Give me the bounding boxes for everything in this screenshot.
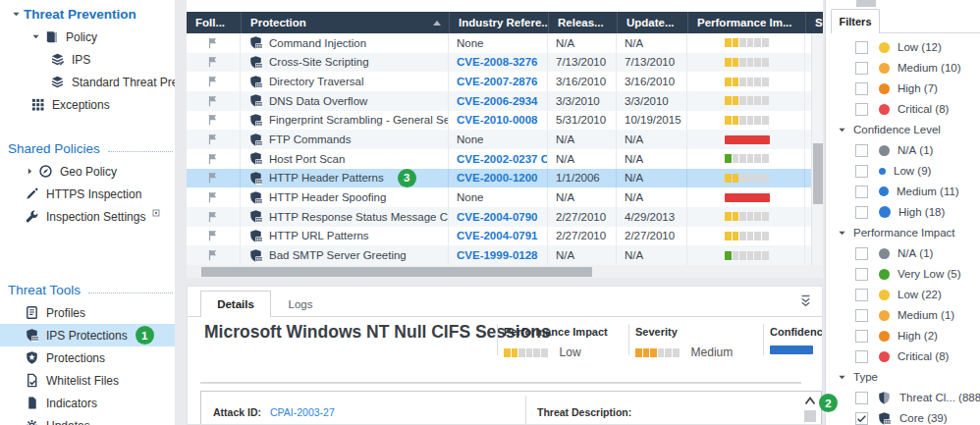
chevron-down-icon[interactable] (838, 126, 846, 134)
column-header-2[interactable]: Industry Refere... (449, 12, 548, 33)
flag-icon[interactable] (206, 248, 220, 262)
filter-option-threat-cl-[interactable]: Threat Cl... (8884) (826, 388, 980, 407)
filter-option-n-a[interactable]: N/A (1) (826, 140, 980, 160)
table-horizontal-scrollbar[interactable] (187, 265, 823, 278)
sidebar-item-geo-policy[interactable]: Geo Policy (0, 160, 175, 183)
checkbox[interactable] (855, 289, 868, 301)
table-row[interactable]: Cross-Site Scripting CVE-2008-3276 7/13/… (187, 53, 823, 73)
sidebar-item-ips[interactable]: IPS (0, 48, 175, 71)
filter-option-n-a[interactable]: N/A (1) (826, 243, 980, 263)
flag-icon[interactable] (206, 94, 220, 108)
tab-details[interactable]: Details (200, 291, 271, 317)
checkbox[interactable] (855, 392, 868, 404)
filter-option-high[interactable]: High (18) (826, 202, 980, 222)
sidebar-item-inspection-settings[interactable]: Inspection Settings (0, 205, 175, 228)
filter-group-type[interactable]: Type (826, 367, 980, 387)
cve-link[interactable]: CVE-2000-1200 (457, 172, 537, 184)
table-vertical-scrollbar[interactable] (811, 33, 823, 265)
attack-scroll-thumb[interactable] (804, 410, 816, 422)
sidebar-item-profiles[interactable]: Profiles (0, 301, 175, 324)
cve-link[interactable]: CVE-2008-3276 (457, 56, 537, 68)
sidebar-item-ips-protections[interactable]: IPS Protections1 (0, 324, 175, 346)
flag-icon[interactable] (206, 36, 220, 50)
checkbox[interactable] (855, 309, 868, 322)
cve-link[interactable]: CVE-2010-0008 (457, 114, 537, 126)
checkbox[interactable] (855, 206, 868, 219)
column-header-3[interactable]: Releas... (548, 12, 617, 33)
sidebar-item-updates[interactable]: Updates (0, 414, 175, 425)
filter-option-critical[interactable]: Critical (8) (826, 99, 980, 119)
cve-link[interactable]: CVE-1999-0128 (457, 249, 537, 261)
chevron-down-icon[interactable] (838, 229, 846, 238)
checkbox[interactable] (855, 62, 868, 75)
checkbox-checked[interactable] (855, 412, 868, 425)
table-row[interactable]: HTTP Header Spoofing None N/A N/A (187, 187, 823, 207)
cve-link[interactable]: CVE-2006-2934 (457, 95, 537, 107)
column-header-1[interactable]: Protection (241, 12, 449, 33)
flag-icon[interactable] (206, 210, 220, 224)
table-row[interactable]: HTTP URL Patterns CVE-2004-0791 2/27/201… (187, 227, 823, 246)
table-row[interactable]: DNS Data Overflow CVE-2006-2934 3/3/2010… (187, 91, 823, 111)
checkbox[interactable] (855, 82, 868, 95)
cve-link[interactable]: CVE-2002-0237 CVE-20 (457, 153, 548, 165)
scroll-up-icon[interactable] (802, 394, 818, 408)
filters-tab[interactable]: Filters (831, 9, 880, 33)
flag-icon[interactable] (206, 75, 220, 88)
filter-option-core[interactable]: Core (39) (826, 408, 980, 425)
table-row[interactable]: Command Injection None N/A N/A (187, 33, 823, 53)
sidebar-item-protections[interactable]: Protections (0, 346, 175, 369)
sidebar-item-whitelist-files[interactable]: Whitelist Files (0, 369, 175, 392)
checkbox[interactable] (855, 41, 868, 54)
filter-option-low[interactable]: Low (9) (826, 161, 980, 181)
cve-link[interactable]: CVE-2004-0791 (457, 230, 537, 241)
flag-icon[interactable] (206, 113, 220, 127)
filter-option-high[interactable]: High (7) (826, 79, 980, 98)
column-header-0[interactable]: Foll... (187, 12, 241, 33)
sidebar-item-policy[interactable]: Policy (0, 26, 175, 48)
flag-icon[interactable] (206, 152, 220, 166)
column-header-4[interactable]: Update... (617, 12, 687, 33)
flag-icon[interactable] (206, 190, 220, 204)
checkbox[interactable] (855, 268, 868, 281)
filter-option-low[interactable]: Low (22) (826, 285, 980, 304)
flag-icon[interactable] (206, 55, 220, 69)
table-row[interactable]: Fingerprint Scrambling - General Setting… (187, 111, 823, 131)
table-row[interactable]: Directory Traversal CVE-2007-2876 3/16/2… (187, 72, 823, 91)
filter-group-confidence-level[interactable]: Confidence Level (826, 120, 980, 139)
filter-option-medium[interactable]: Medium (1) (826, 305, 980, 325)
filter-option-medium[interactable]: Medium (11) (826, 182, 980, 201)
column-header-6[interactable]: Sev... (805, 12, 823, 33)
checkbox[interactable] (855, 350, 868, 363)
table-row[interactable]: HTTP Header Patterns3 CVE-2000-1200 1/1/… (187, 169, 823, 188)
vertical-scroll-thumb[interactable] (813, 143, 823, 204)
checkbox[interactable] (855, 103, 868, 116)
sidebar-item-standard-threat-preve[interactable]: Standard Threat Preve... (0, 71, 175, 93)
chevron-right-icon[interactable] (24, 167, 35, 176)
column-header-5[interactable]: Performance Im... (687, 12, 805, 33)
table-row[interactable]: FTP Commands None N/A N/A (187, 130, 823, 149)
filter-option-critical[interactable]: Critical (8) (826, 346, 980, 366)
table-row[interactable]: HTTP Response Status Message Conceal... … (187, 207, 823, 227)
filter-option-very-low[interactable]: Very Low (5) (826, 264, 980, 284)
chevron-down-icon[interactable] (10, 10, 22, 19)
checkbox[interactable] (855, 144, 868, 157)
filter-option-high[interactable]: High (2) (826, 326, 980, 345)
sidebar-item-exceptions[interactable]: Exceptions (0, 93, 175, 116)
cve-link[interactable]: CVE-2007-2876 (457, 76, 537, 87)
checkbox[interactable] (855, 186, 868, 198)
collapse-panel-icon[interactable] (799, 294, 812, 307)
filter-group-performance-impact[interactable]: Performance Impact (826, 223, 980, 242)
horizontal-scroll-thumb[interactable] (201, 267, 592, 277)
attack-box-scrollbar[interactable] (802, 394, 818, 425)
chevron-down-icon[interactable] (838, 373, 846, 382)
sidebar-item-https-inspection[interactable]: HTTPS Inspection (0, 183, 175, 205)
checkbox[interactable] (855, 330, 868, 343)
table-row[interactable]: Bad SMTP Server Greeting CVE-1999-0128 N… (187, 245, 823, 265)
filter-option-medium[interactable]: Medium (10) (826, 58, 980, 78)
cve-link[interactable]: CVE-2004-0790 (457, 211, 537, 223)
flag-icon[interactable] (206, 229, 220, 242)
checkbox[interactable] (855, 247, 868, 260)
flag-icon[interactable] (206, 133, 220, 146)
table-row[interactable]: Host Port Scan CVE-2002-0237 CVE-20 N/A … (187, 149, 823, 169)
sidebar-item-threat-prevention[interactable]: Threat Prevention (0, 3, 175, 26)
